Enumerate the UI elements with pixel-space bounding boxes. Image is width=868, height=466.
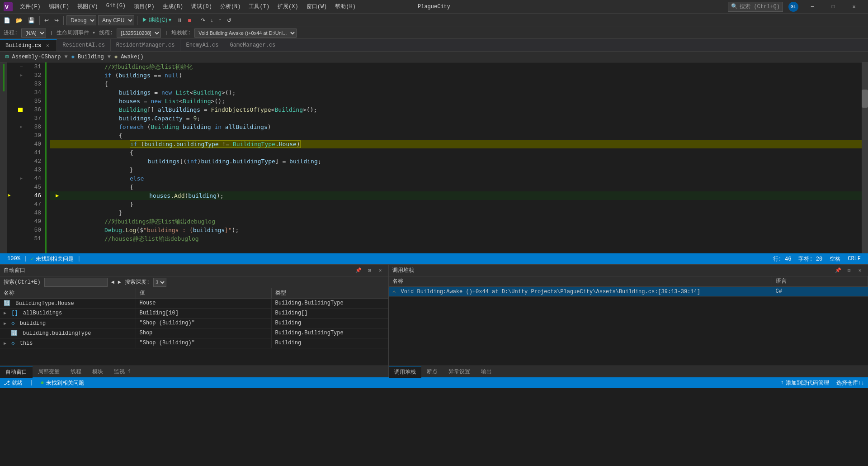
menu-extensions[interactable]: 扩展(X)	[274, 2, 302, 11]
menu-view[interactable]: 视图(V)	[74, 2, 102, 11]
redo-btn[interactable]: ↪	[52, 15, 61, 26]
editor[interactable]: ─ ▶ ▶	[7, 62, 868, 253]
gutter-line-31: ─	[7, 62, 24, 71]
minimize-button[interactable]: ─	[802, 0, 823, 14]
scrollbar-thumb[interactable]	[862, 90, 868, 108]
code-line-41: {	[50, 148, 862, 157]
obj-icon: ◇	[11, 320, 14, 327]
tab-auto-window[interactable]: 自动窗口	[0, 366, 33, 378]
col-name[interactable]: 名称	[0, 288, 136, 298]
process-dropdown[interactable]: [N/A]	[21, 29, 46, 38]
menu-project[interactable]: 项目(P)	[130, 2, 158, 11]
tab-residentai[interactable]: ResidentAI.cs	[57, 39, 111, 51]
nav-assembly[interactable]: ⊞ Assembly-CSharp	[4, 53, 62, 60]
stack-dropdown[interactable]: Void Building:Awake ()+0x44 at D:\Uni...	[194, 29, 297, 38]
code-area[interactable]: //对buildings静态list初始化 if (buildings == n…	[47, 62, 862, 253]
pause-btn[interactable]: ⏸	[175, 15, 184, 26]
tab-output[interactable]: 输出	[476, 366, 497, 378]
menu-help[interactable]: 帮助(H)	[331, 2, 359, 11]
user-avatar[interactable]: GL	[788, 2, 798, 12]
tab-building-cs[interactable]: Building.cs ✕	[0, 39, 57, 51]
menu-file[interactable]: 文件(F)	[16, 2, 44, 11]
tab-label: ResidentAI.cs	[62, 42, 105, 48]
debug-config-dropdown[interactable]: Debug	[66, 15, 96, 25]
search-label[interactable]: 搜索 (Ctrl+Q)	[740, 3, 780, 10]
col-value[interactable]: 值	[136, 288, 271, 298]
menu-build[interactable]: 生成(B)	[159, 2, 187, 11]
step-into-btn[interactable]: ↓	[209, 15, 215, 26]
float-button[interactable]: ⊡	[365, 266, 374, 275]
tab-locals[interactable]: 局部变量	[33, 366, 65, 378]
expand-icon[interactable]: ▶	[4, 321, 6, 326]
obj-icon: ◇	[11, 340, 14, 347]
char-info: 字符: 20	[795, 255, 826, 263]
nav-class[interactable]: ◈ Building	[70, 53, 106, 60]
tab-close-building[interactable]: ✕	[44, 42, 51, 49]
table-row: 🔢 BuildingType.House House Building.Buil…	[0, 298, 388, 308]
row-name: ▶ ◇ building	[0, 318, 136, 328]
menu-tools[interactable]: 工具(T)	[245, 2, 273, 11]
tab-enemyai[interactable]: EnemyAi.cs	[180, 39, 224, 51]
row-type: Building.BuildingType	[271, 298, 388, 308]
menu-git[interactable]: Git(G)	[103, 2, 129, 11]
expand-icon[interactable]: ▶	[4, 311, 6, 316]
search-prev-btn[interactable]: ◀	[111, 279, 114, 285]
new-file-btn[interactable]: 📄	[2, 15, 12, 26]
tab-exception-settings[interactable]: 异常设置	[443, 366, 476, 378]
tab-call-stack[interactable]: 调用堆栈	[389, 366, 421, 378]
cs-col-name[interactable]: 名称	[389, 276, 772, 286]
nav-arrow-1: ▼	[64, 54, 67, 60]
tab-breakpoints[interactable]: 断点	[421, 366, 443, 378]
code-line-38: foreach (Building building in allBuildin…	[50, 123, 862, 131]
platform-dropdown[interactable]: Any CPU	[98, 15, 134, 25]
cs-pin-button[interactable]: 📌	[834, 266, 843, 275]
line-numbers: 31 32 33 34 35 36 37 38 39 40 41 42 43 4…	[24, 62, 45, 253]
tab-watch[interactable]: 监视 1	[108, 366, 137, 378]
nav-method[interactable]: ◈ Awake()	[113, 53, 146, 60]
window-title: PlagueCity	[418, 4, 450, 10]
zoom-level[interactable]: 100%	[4, 256, 24, 262]
pin-button[interactable]: 📌	[354, 266, 363, 275]
search-next-btn[interactable]: ▶	[118, 279, 121, 285]
open-btn[interactable]: 📂	[14, 15, 24, 26]
select-repo[interactable]: 选择仓库↑↓	[836, 379, 864, 387]
call-stack-table-container[interactable]: 名称 语言 ⚠ Void Building:Awake ()+0x44 at D…	[389, 276, 868, 366]
check-icon: ●	[40, 379, 44, 386]
save-btn[interactable]: 💾	[26, 15, 37, 26]
close-button[interactable]: ✕	[844, 0, 864, 14]
menu-window[interactable]: 窗口(W)	[303, 2, 331, 11]
menu-analyze[interactable]: 分析(N)	[217, 2, 245, 11]
vertical-scrollbar[interactable]	[862, 62, 868, 253]
tab-residentmanager[interactable]: ResidentManager.cs	[111, 39, 181, 51]
step-over-btn[interactable]: ↷	[199, 15, 207, 26]
menu-edit[interactable]: 编辑(E)	[45, 2, 73, 11]
no-errors-status[interactable]: ● 未找到相关问题	[40, 379, 84, 387]
no-errors[interactable]: ✓ 未找到相关问题	[27, 255, 77, 263]
cs-float-button[interactable]: ⊡	[844, 266, 854, 275]
expand-icon[interactable]: ▶	[4, 341, 6, 346]
git-branch[interactable]: ⎇ 就绪	[4, 379, 23, 387]
col-type[interactable]: 类型	[271, 288, 388, 298]
continue-button[interactable]: ▶ 继续(C) ▾	[140, 15, 173, 26]
close-panel-button[interactable]: ✕	[376, 266, 385, 275]
tab-threads[interactable]: 线程	[65, 366, 87, 378]
undo-btn[interactable]: ↩	[42, 15, 51, 26]
menu-debug[interactable]: 调试(D)	[188, 2, 216, 11]
branch-icon: ⎇	[4, 380, 10, 386]
cs-col-lang[interactable]: 语言	[772, 276, 868, 286]
row-name: 🔢 BuildingType.House	[0, 298, 136, 308]
thread-dropdown[interactable]: [1325510208]	[117, 29, 161, 38]
lifetime-label[interactable]: 生命周期事件 ▾	[57, 29, 95, 37]
auto-search-input[interactable]	[44, 278, 108, 287]
svg-text:V: V	[5, 4, 9, 11]
search-depth-dropdown[interactable]: 3	[153, 278, 166, 287]
cs-close-button[interactable]: ✕	[855, 266, 864, 275]
restore-button[interactable]: □	[823, 0, 844, 14]
tab-gamemanager[interactable]: GameManager.cs	[224, 39, 281, 51]
add-to-source[interactable]: ↑ 添加到源代码管理	[780, 379, 829, 387]
stop-btn[interactable]: ■	[186, 15, 193, 26]
tab-modules[interactable]: 模块	[87, 366, 108, 378]
auto-window-table-container[interactable]: 名称 值 类型 🔢 BuildingType.House House Build…	[0, 288, 388, 366]
restart-btn[interactable]: ↺	[225, 15, 233, 26]
step-out-btn[interactable]: ↑	[217, 15, 223, 26]
